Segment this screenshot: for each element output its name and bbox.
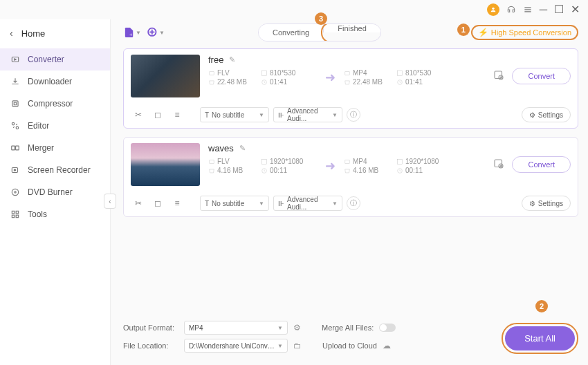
src-duration: 00:11 [261,167,316,174]
svg-point-13 [12,189,18,195]
maximize-button[interactable]: ☐ [554,4,564,15]
caret-down-icon: ▼ [136,30,141,36]
svg-point-7 [12,122,15,125]
dst-format: MP4 [344,158,392,165]
high-speed-label: High Speed Conversion [491,28,571,37]
support-icon[interactable] [506,5,516,15]
video-thumbnail[interactable] [131,143,200,186]
edit-title-icon[interactable]: ✎ [229,55,235,64]
subtitle-select[interactable]: TNo subtitle▼ [200,196,269,211]
audio-select[interactable]: ⊪Advanced Audi...▼ [273,107,342,122]
add-file-button[interactable]: + ▼ [123,24,141,41]
trim-icon[interactable]: ✂ [131,197,146,209]
format-settings-icon[interactable]: ⚙ [293,323,301,333]
video-thumbnail[interactable] [131,55,200,97]
output-format-select[interactable]: MP4▼ [184,321,288,335]
src-format: FLV [208,158,257,165]
minimize-button[interactable]: ─ [540,4,547,15]
sidebar-collapse-handle[interactable]: ‹ [104,194,116,209]
svg-rect-17 [12,215,15,218]
sidebar-item-dvd-burner[interactable]: DVD Burner [0,181,110,203]
sidebar-item-editor[interactable]: Editor [0,115,110,137]
sidebar-item-label: Converter [28,55,64,64]
editor-icon [10,120,21,131]
open-folder-icon[interactable]: 🗀 [293,341,302,350]
svg-rect-32 [398,159,403,164]
callout-badge-2: 2 [535,300,548,312]
output-preset-icon[interactable] [493,69,505,84]
menu-icon[interactable] [523,5,533,15]
conversion-queue: free ✎ FLV 810*530 ➜ MP4 810*530 22.48 M… [123,48,578,315]
subtitle-select[interactable]: TNo subtitle▼ [200,107,269,122]
start-all-highlight: Start All [502,323,578,354]
sidebar-item-tools[interactable]: Tools [0,203,110,225]
trim-icon[interactable]: ✂ [131,109,146,121]
crop-icon[interactable]: ◻ [150,109,165,121]
titlebar: ─ ☐ ✕ [0,0,588,19]
home-label: Home [21,28,46,39]
add-folder-button[interactable]: ▼ [147,24,165,41]
sidebar-item-converter[interactable]: Converter [0,48,110,71]
sidebar-item-label: Merger [28,143,54,153]
sidebar-item-label: Compressor [28,99,73,109]
home-button[interactable]: ‹ Home [0,22,110,44]
edit-title-icon[interactable]: ✎ [239,144,246,153]
merge-toggle[interactable] [379,324,396,332]
item-settings-button[interactable]: ⚙Settings [522,107,571,122]
callout-badge-1: 1 [457,24,470,36]
queue-item: waves ✎ FLV 1920*1080 ➜ MP4 1920*1080 4.… [123,137,578,217]
sidebar-item-label: Tools [28,209,47,219]
recorder-icon [10,165,21,176]
sidebar-item-compressor[interactable]: Compressor [0,93,110,115]
sidebar-item-merger[interactable]: Merger [0,137,110,159]
output-format-label: Output Format: [123,324,178,332]
svg-marker-5 [15,59,16,60]
file-location-select[interactable]: D:\Wondershare UniConverter 1▼ [184,339,288,353]
sidebar-item-label: Screen Recorder [28,165,91,175]
svg-rect-29 [210,160,214,163]
dst-resolution: 810*530 [396,69,452,77]
svg-point-0 [492,8,494,10]
start-all-button[interactable]: Start All [505,326,575,350]
text-icon: T [205,111,209,119]
sidebar-item-screen-recorder[interactable]: Screen Recorder [0,159,110,181]
effects-icon[interactable]: ≡ [169,109,185,121]
effects-icon[interactable]: ≡ [169,197,185,209]
caret-down-icon: ▼ [159,30,165,36]
svg-point-8 [16,127,19,129]
sidebar-item-label: DVD Burner [28,187,73,197]
gear-icon: ⚙ [529,111,535,119]
convert-button[interactable]: Convert [512,156,571,173]
convert-button[interactable]: Convert [512,68,571,84]
tab-finished[interactable]: Finished [323,24,380,32]
merger-icon [10,142,21,153]
svg-text:+: + [129,32,132,38]
sidebar-item-label: Editor [28,121,49,131]
queue-item: free ✎ FLV 810*530 ➜ MP4 810*530 22.48 M… [123,48,578,129]
item-settings-button[interactable]: ⚙Settings [522,196,571,211]
sidebar-item-label: Downloader [28,77,72,86]
audio-select[interactable]: ⊪Advanced Audi...▼ [273,196,342,211]
upload-cloud-label: Upload to Cloud [322,341,377,350]
sidebar-item-downloader[interactable]: Downloader [0,71,110,93]
download-icon [10,76,21,87]
info-icon[interactable]: ⓘ [347,108,360,122]
src-format: FLV [208,69,257,77]
user-avatar-icon[interactable] [487,3,499,16]
svg-rect-31 [345,160,350,163]
dst-duration: 00:11 [396,167,452,174]
src-resolution: 1920*1080 [261,158,316,165]
compressor-icon [10,98,21,109]
output-preset-icon[interactable] [493,158,505,172]
dst-format: MP4 [344,69,392,77]
src-resolution: 810*530 [261,69,316,77]
tab-converting[interactable]: Converting [259,24,323,41]
close-button[interactable]: ✕ [571,4,580,15]
converter-icon [10,54,21,65]
crop-icon[interactable]: ◻ [150,197,165,209]
cloud-icon[interactable]: ☁ [383,341,391,350]
main-panel: + ▼ ▼ 3 Converting Finished [111,19,588,365]
lightning-icon: ⚡ [478,28,488,37]
info-icon[interactable]: ⓘ [347,196,360,210]
high-speed-toggle[interactable]: ⚡ High Speed Conversion [471,25,578,40]
